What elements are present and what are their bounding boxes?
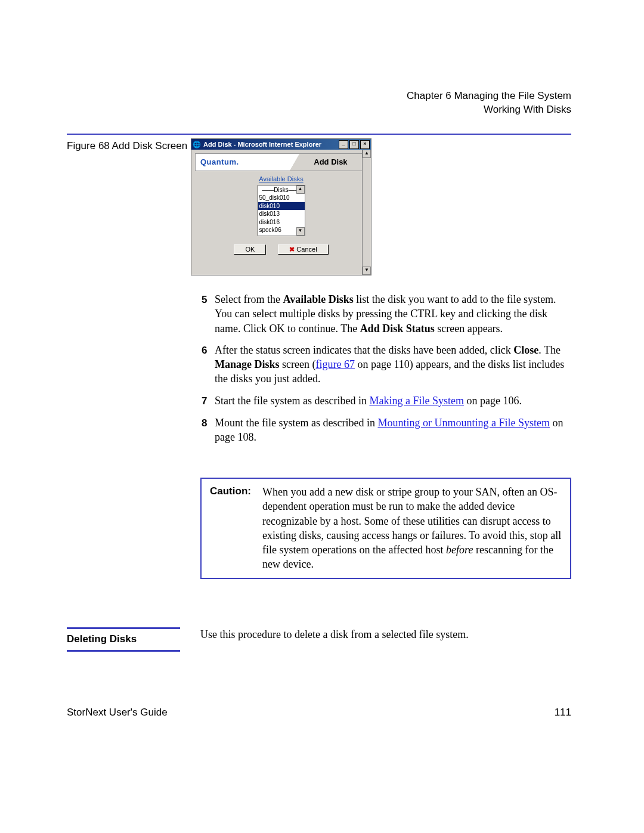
- step-text: Start the file system as described in Ma…: [215, 394, 571, 408]
- quantum-logo: Quantum.: [196, 154, 295, 171]
- section-deleting-disks-head: Deleting Disks: [67, 627, 180, 652]
- caution-label: Caution:: [210, 485, 262, 572]
- step-8: 8 Mount the file system as described in …: [202, 416, 571, 445]
- minimize-icon[interactable]: _: [339, 140, 348, 149]
- list-item[interactable]: disk010: [258, 202, 305, 210]
- making-filesystem-link[interactable]: Making a File System: [369, 395, 464, 407]
- available-disks-label: Available Disks: [191, 175, 371, 184]
- figure-67-link[interactable]: figure 67: [315, 358, 354, 370]
- ok-button[interactable]: OK: [234, 244, 266, 255]
- mounting-filesystem-link[interactable]: Mounting or Unmounting a File System: [377, 417, 550, 429]
- step-number: 8: [202, 416, 215, 445]
- caution-box: Caution: When you add a new disk or stri…: [200, 478, 571, 579]
- step-text: Select from the Available Disks list the…: [215, 292, 571, 336]
- cancel-button[interactable]: Cancel: [278, 244, 328, 255]
- step-5: 5 Select from the Available Disks list t…: [202, 292, 571, 336]
- listbox-scroll-up-icon[interactable]: ▲: [296, 185, 305, 194]
- top-rule: [67, 134, 571, 135]
- window-title: Add Disk - Microsoft Internet Explorer: [203, 140, 321, 149]
- add-disk-screenshot: 🌐 Add Disk - Microsoft Internet Explorer…: [191, 138, 371, 275]
- list-item[interactable]: disk013: [258, 210, 305, 218]
- scroll-down-icon[interactable]: ▼: [363, 267, 371, 275]
- step-7: 7 Start the file system as described in …: [202, 394, 571, 408]
- step-text: Mount the file system as described in Mo…: [215, 416, 571, 445]
- scroll-up-icon[interactable]: ▲: [363, 150, 371, 158]
- step-list: 5 Select from the Available Disks list t…: [202, 292, 571, 451]
- listbox-scroll-down-icon[interactable]: ▼: [296, 227, 305, 236]
- chapter-line: Chapter 6 Managing the File System: [407, 89, 571, 103]
- step-6: 6 After the status screen indicates that…: [202, 343, 571, 386]
- panel-title: Add Disk: [295, 154, 367, 171]
- list-item[interactable]: disk016: [258, 218, 305, 227]
- maximize-icon[interactable]: □: [349, 140, 359, 149]
- dialog-button-row: OK Cancel: [191, 244, 371, 255]
- ie-icon: 🌐: [193, 140, 201, 149]
- step-number: 7: [202, 394, 215, 408]
- step-text: After the status screen indicates that t…: [215, 343, 571, 386]
- window-titlebar: 🌐 Add Disk - Microsoft Internet Explorer…: [191, 139, 371, 150]
- section-deleting-disks-text: Use this procedure to delete a disk from…: [200, 627, 571, 642]
- browser-scrollbar[interactable]: ▲ ▼: [362, 150, 371, 275]
- section-line: Working With Disks: [407, 103, 571, 117]
- figure-caption: Figure 68 Add Disk Screen: [67, 140, 187, 153]
- running-header: Chapter 6 Managing the File System Worki…: [407, 89, 571, 117]
- page: Chapter 6 Managing the File System Worki…: [0, 0, 644, 833]
- available-disks-listbox[interactable]: ▲ ——Disks—— 50_disk010 disk010 disk013 d…: [258, 185, 305, 236]
- footer-page-number: 111: [555, 706, 571, 720]
- list-item[interactable]: 50_disk010: [258, 194, 305, 202]
- caution-text: When you add a new disk or stripe group …: [262, 485, 562, 572]
- step-number: 6: [202, 343, 215, 386]
- footer-guide-title: StorNext User's Guide: [67, 706, 168, 720]
- panel-header: Quantum. Add Disk: [195, 153, 367, 171]
- close-icon[interactable]: ×: [360, 140, 370, 149]
- step-number: 5: [202, 292, 215, 336]
